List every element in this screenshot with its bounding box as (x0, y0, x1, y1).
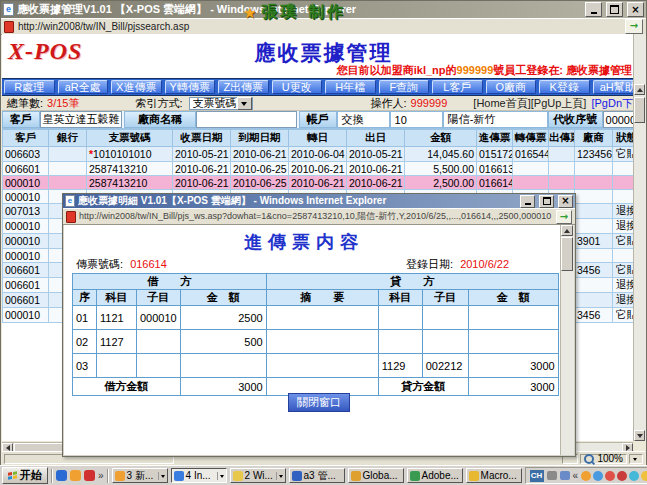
address-bar[interactable]: http://win2008/tw/IN_Bill/pjssearch.asp … (1, 18, 646, 35)
toolbar-button[interactable]: Y轉傳票 (165, 80, 216, 94)
ie-quicklaunch-icon[interactable] (56, 470, 67, 481)
address-url[interactable]: http://win2008/tw/IN_Bill/pjssearch.asp (18, 21, 621, 32)
dialog-close-button[interactable]: × (558, 195, 573, 208)
nav-pgup-link[interactable]: [PgUp上頁] (531, 96, 587, 111)
minimize-button[interactable] (585, 2, 602, 17)
help-icon[interactable] (560, 471, 570, 480)
scroll-up-arrow-icon[interactable] (561, 225, 573, 236)
grid-cell[interactable]: 2010-06-21 (173, 176, 231, 190)
messenger-quicklaunch-icon[interactable] (70, 470, 81, 481)
index-mode-select[interactable]: 支票號碼 (189, 97, 253, 110)
ime-indicator[interactable]: CH (530, 470, 544, 482)
grid-cell[interactable]: 006601 (3, 293, 49, 308)
grid-cell[interactable]: 016544 (513, 147, 549, 162)
tray-icon-1[interactable] (581, 471, 591, 481)
chevron-down-icon[interactable] (158, 472, 165, 480)
tray-icon-3[interactable] (605, 471, 615, 481)
toolbar-button[interactable]: R處理 (4, 80, 55, 94)
vertical-scroll-thumb[interactable] (634, 97, 645, 123)
chevron-down-icon[interactable] (237, 97, 252, 110)
vendor-name-input[interactable] (196, 111, 297, 128)
scroll-up-arrow-icon[interactable] (634, 84, 645, 95)
chevron-down-icon[interactable] (276, 472, 283, 480)
taskbar-button[interactable]: 2 Wi... (230, 468, 286, 483)
grid-cell[interactable]: 006601 (3, 263, 49, 278)
dialog-maximize-button[interactable] (539, 195, 554, 208)
grid-cell[interactable]: 006603 (3, 147, 49, 162)
toolbar-button[interactable]: K登錄 (539, 80, 590, 94)
grid-cell[interactable] (575, 162, 613, 176)
grid-cell[interactable]: 2010-06-25 (231, 176, 289, 190)
vertical-scrollbar[interactable] (633, 34, 646, 441)
dialog-scrollbar[interactable] (560, 225, 574, 455)
grid-cell[interactable]: 14,045.60 (405, 147, 477, 162)
grid-cell[interactable] (575, 176, 613, 190)
grid-cell[interactable] (549, 162, 575, 176)
main-window-titlebar[interactable]: e 應收票據管理V1.01 【X-POS 雲端網】 - Windows Inte… (1, 1, 646, 18)
grid-cell[interactable]: 2,500.00 (405, 176, 477, 190)
chevron-down-icon[interactable] (217, 472, 224, 480)
table-row[interactable]: 006603*10101010102010-05-212010-06-21201… (3, 147, 641, 162)
grid-cell[interactable]: 015172 (477, 147, 513, 162)
grid-cell[interactable] (575, 278, 613, 293)
dialog-titlebar[interactable]: e 應收票據明細 V1.01【X-POS 雲端網】 - Windows Inte… (63, 194, 575, 208)
dialog-url[interactable]: http://win2008/tw/IN_Bill/pjs_ws.asp?dow… (79, 210, 553, 223)
toolbar-button[interactable]: H年檔 (325, 80, 376, 94)
grid-cell[interactable] (575, 219, 613, 234)
maximize-button[interactable] (606, 2, 623, 17)
taskbar-button[interactable]: Globa... (348, 468, 404, 483)
taskbar-button[interactable]: a3 管... (289, 468, 345, 483)
grid-cell[interactable]: 2010-06-04 (289, 147, 347, 162)
printer-icon[interactable] (547, 471, 557, 480)
toolbar-button[interactable]: X進傳票 (111, 80, 162, 94)
grid-cell[interactable]: 2010-06-21 (289, 162, 347, 176)
table-row[interactable]: 00660125874132102010-06-212010-06-252010… (3, 162, 641, 176)
grid-cell[interactable]: 2587413210 (87, 176, 173, 190)
taskbar-button[interactable]: 4 In... (171, 468, 227, 483)
grid-cell[interactable]: 2010-06-21 (231, 147, 289, 162)
go-refresh-icon[interactable]: → (625, 19, 643, 34)
close-button[interactable]: × (627, 2, 644, 17)
grid-cell[interactable] (513, 162, 549, 176)
grid-cell[interactable]: 3456 (575, 308, 613, 323)
grid-cell[interactable]: 006601 (3, 162, 49, 176)
grid-cell[interactable]: *1010101010 (87, 147, 173, 162)
toolbar-button[interactable]: U更改 (272, 80, 323, 94)
toolbar-button[interactable]: aR全處 (58, 80, 109, 94)
zoom-dropdown[interactable] (629, 454, 643, 464)
grid-cell[interactable]: 016613 (477, 162, 513, 176)
grid-cell[interactable]: 006601 (3, 278, 49, 293)
grid-cell[interactable]: 2010-06-25 (231, 162, 289, 176)
tray-icon-5[interactable] (629, 471, 639, 481)
grid-cell[interactable] (49, 147, 87, 162)
grid-cell[interactable]: 000010 (3, 176, 49, 190)
toolbar-button[interactable]: F查詢 (379, 80, 430, 94)
customer-input[interactable]: 皇英立達五穀雜 (40, 111, 123, 128)
taskbar-button[interactable]: Adobe... (407, 468, 463, 483)
grid-cell[interactable]: 000010 (3, 219, 49, 234)
tray-chevron[interactable]: « (573, 470, 579, 481)
toolbar-button[interactable]: Z出傳票 (218, 80, 269, 94)
toolbar-button[interactable]: O廠商 (486, 80, 537, 94)
grid-cell[interactable]: 000010 (3, 190, 49, 204)
grid-cell[interactable]: 3456 (575, 263, 613, 278)
grid-cell[interactable]: 016614 (477, 176, 513, 190)
grid-cell[interactable]: 2010-06-21 (289, 176, 347, 190)
grid-cell[interactable] (575, 204, 613, 219)
start-button[interactable]: 开始 (2, 467, 48, 484)
grid-cell[interactable] (49, 162, 87, 176)
grid-cell[interactable] (549, 176, 575, 190)
grid-cell[interactable]: 2010-05-21 (347, 147, 405, 162)
grid-cell[interactable]: 2010-06-21 (347, 162, 405, 176)
tray-icon-6[interactable] (641, 471, 647, 481)
grid-cell[interactable]: 2010-06-21 (347, 176, 405, 190)
grid-cell[interactable]: 2010-05-21 (173, 147, 231, 162)
go-refresh-icon[interactable]: → (556, 210, 572, 224)
nav-home-link[interactable]: [Home首頁] (473, 96, 530, 111)
scroll-down-arrow-icon[interactable] (634, 430, 645, 441)
grid-cell[interactable] (575, 249, 613, 263)
dialog-minimize-button[interactable] (520, 195, 535, 208)
grid-cell[interactable]: 000010 (3, 234, 49, 249)
grid-cell[interactable] (575, 293, 613, 308)
grid-cell[interactable] (513, 176, 549, 190)
